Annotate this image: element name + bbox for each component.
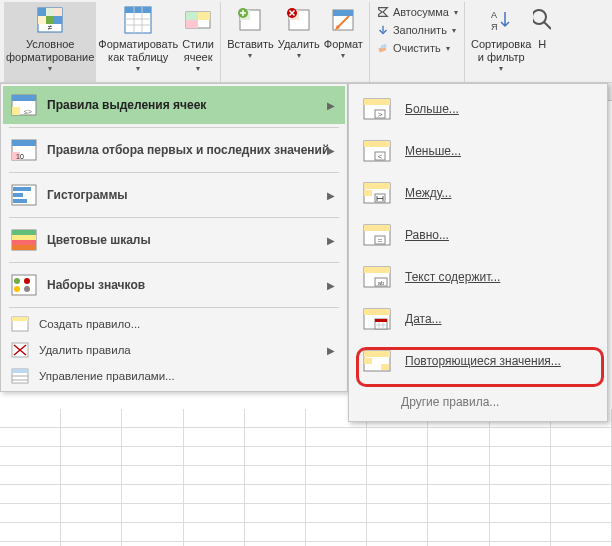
- submenu-arrow-icon: ▶: [327, 100, 335, 111]
- submenu-date-occurring[interactable]: Дата...: [351, 298, 605, 340]
- menu-separator: [359, 384, 597, 385]
- dropdown-indicator: ▾: [297, 51, 301, 61]
- conditional-formatting-icon: ≠: [34, 4, 66, 36]
- submenu-less-than[interactable]: < Меньше...: [351, 130, 605, 172]
- svg-rect-70: [364, 190, 372, 196]
- cell-grid[interactable]: [0, 409, 612, 546]
- menu-highlight-cells-rules[interactable]: ≤> Правила выделения ячеек ▶: [3, 86, 345, 124]
- submenu-label: Другие правила...: [401, 395, 499, 409]
- svg-rect-2: [46, 8, 54, 16]
- svg-rect-25: [333, 10, 353, 16]
- svg-rect-44: [12, 230, 36, 235]
- delete-button[interactable]: Удалить ▾: [276, 2, 322, 82]
- autosum-label: Автосумма: [393, 6, 449, 18]
- svg-point-49: [14, 278, 20, 284]
- menu-data-bars[interactable]: Гистограммы ▶: [3, 176, 345, 214]
- svg-text:Я: Я: [491, 22, 498, 32]
- menu-separator: [9, 172, 339, 173]
- svg-rect-48: [12, 275, 36, 295]
- submenu-text-contains[interactable]: ab Текст содержит...: [351, 256, 605, 298]
- submenu-label: Больше...: [405, 102, 459, 116]
- menu-separator: [9, 262, 339, 263]
- svg-point-30: [533, 10, 546, 24]
- submenu-label: Повторяющиеся значения...: [405, 354, 561, 368]
- submenu-other-rules[interactable]: Другие правила...: [351, 387, 605, 413]
- format-button[interactable]: Формат ▾: [322, 2, 365, 82]
- format-label: Формат: [324, 38, 363, 51]
- cell-styles-button[interactable]: Стили ячеек ▾: [180, 2, 216, 82]
- menu-clear-rules[interactable]: Удалить правила ▶: [3, 337, 345, 363]
- menu-separator: [9, 307, 339, 308]
- svg-text:≤>: ≤>: [24, 108, 32, 115]
- clear-label: Очистить: [393, 42, 441, 54]
- svg-rect-41: [13, 193, 23, 197]
- menu-manage-rules[interactable]: Управление правилами...: [3, 363, 345, 389]
- duplicate-values-icon: [363, 350, 391, 372]
- format-as-table-button[interactable]: Форматировать как таблицу ▾: [96, 2, 180, 82]
- find-button[interactable]: Н: [533, 2, 551, 82]
- svg-rect-91: [364, 351, 390, 357]
- autosum-button[interactable]: Автосумма ▾: [376, 4, 458, 20]
- color-scales-icon: [11, 229, 37, 251]
- menu-separator: [9, 127, 339, 128]
- svg-point-52: [24, 286, 30, 292]
- dropdown-indicator: ▾: [341, 51, 345, 61]
- menu-color-scales[interactable]: Цветовые шкалы ▶: [3, 221, 345, 259]
- svg-rect-36: [12, 140, 36, 146]
- svg-text:ab: ab: [378, 280, 385, 286]
- svg-text:<: <: [378, 152, 383, 161]
- conditional-formatting-button[interactable]: ≠ Условное форматирование ▾: [4, 2, 96, 82]
- dropdown-indicator: ▾: [196, 64, 200, 74]
- svg-rect-40: [13, 187, 31, 191]
- clear-button[interactable]: Очистить ▾: [376, 40, 458, 56]
- format-as-table-icon: [122, 4, 154, 36]
- submenu-greater-than[interactable]: > Больше...: [351, 88, 605, 130]
- date-icon: [363, 308, 391, 330]
- dropdown-indicator: ▾: [446, 44, 450, 53]
- equal-to-icon: =: [363, 224, 391, 246]
- menu-label: Правила отбора первых и последних значен…: [47, 143, 337, 157]
- find-label: Н: [538, 38, 546, 51]
- submenu-label: Текст содержит...: [405, 270, 500, 284]
- highlight-cells-submenu: > Больше... < Меньше... Между... = Равно…: [348, 83, 608, 422]
- svg-rect-1: [38, 8, 46, 16]
- insert-button[interactable]: Вставить ▾: [225, 2, 276, 82]
- submenu-arrow-icon: ▶: [327, 280, 335, 291]
- svg-rect-65: [364, 141, 390, 147]
- menu-new-rule[interactable]: Создать правило...: [3, 311, 345, 337]
- sort-filter-button[interactable]: АЯ Сортировка и фильтр ▾: [469, 2, 533, 82]
- svg-rect-17: [186, 20, 198, 28]
- svg-point-51: [24, 278, 30, 284]
- menu-label: Правила выделения ячеек: [47, 98, 337, 112]
- submenu-label: Между...: [405, 186, 452, 200]
- dropdown-indicator: ▾: [452, 26, 456, 35]
- svg-rect-16: [198, 12, 210, 20]
- format-as-table-label: Форматировать как таблицу: [98, 38, 178, 64]
- svg-rect-3: [54, 8, 62, 16]
- submenu-between[interactable]: Между...: [351, 172, 605, 214]
- svg-rect-33: [12, 107, 20, 115]
- svg-text:10: 10: [16, 153, 24, 160]
- svg-text:=: =: [378, 236, 383, 245]
- clear-rules-icon: [11, 342, 29, 358]
- menu-icon-sets[interactable]: Наборы значков ▶: [3, 266, 345, 304]
- fill-label: Заполнить: [393, 24, 447, 36]
- menu-top-bottom-rules[interactable]: 10 Правила отбора первых и последних зна…: [3, 131, 345, 169]
- greater-than-icon: >: [363, 98, 391, 120]
- svg-rect-69: [364, 183, 390, 189]
- ribbon-group-cells: Вставить ▾ Удалить ▾ Формат ▾: [221, 2, 370, 82]
- svg-rect-9: [125, 7, 151, 13]
- dropdown-indicator: ▾: [499, 64, 503, 74]
- menu-label: Гистограммы: [47, 188, 337, 202]
- svg-rect-84: [364, 309, 390, 315]
- submenu-equal-to[interactable]: = Равно...: [351, 214, 605, 256]
- cell-styles-label: Стили ячеек: [182, 38, 214, 64]
- submenu-arrow-icon: ▶: [327, 345, 335, 356]
- fill-button[interactable]: Заполнить ▾: [376, 22, 458, 38]
- svg-rect-42: [13, 199, 27, 203]
- submenu-arrow-icon: ▶: [327, 145, 335, 156]
- submenu-duplicate-values[interactable]: Повторяющиеся значения...: [351, 340, 605, 382]
- conditional-formatting-menu: ≤> Правила выделения ячеек ▶ 10 Правила …: [0, 83, 348, 392]
- svg-text:≠: ≠: [48, 23, 53, 32]
- new-rule-icon: [11, 316, 29, 332]
